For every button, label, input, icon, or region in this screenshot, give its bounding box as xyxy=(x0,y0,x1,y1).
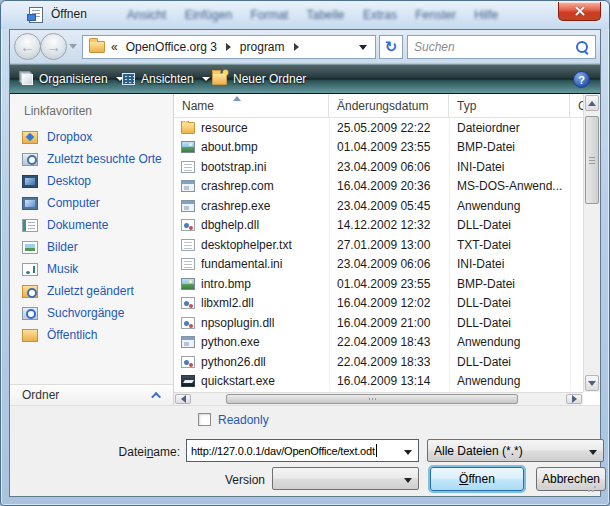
filename-dropdown-icon[interactable] xyxy=(404,450,412,455)
history-dropdown-icon[interactable] xyxy=(69,44,77,49)
file-row[interactable]: quickstart.exe 16.04.2009 13:14 Anwendun… xyxy=(174,372,587,392)
sidebar-item-recent-places[interactable]: Zuletzt besuchte Orte xyxy=(20,148,171,170)
text-caret xyxy=(376,444,377,457)
file-row[interactable]: about.bmp 01.04.2009 23:55 BMP-Datei xyxy=(174,138,587,158)
filename-value: http://127.0.0.1/dav/OpenOffice/text.odt xyxy=(191,445,375,457)
file-date: 14.12.2002 12:32 xyxy=(329,218,449,232)
refresh-icon: ↻ xyxy=(385,38,398,56)
filetype-select[interactable]: Alle Dateien (*.*) xyxy=(427,439,604,462)
scroll-left-button[interactable] xyxy=(175,394,191,404)
file-type: DLL-Datei xyxy=(449,218,587,232)
vertical-scroll-thumb[interactable] xyxy=(585,116,599,204)
vertical-scrollbar[interactable] xyxy=(583,94,600,392)
horizontal-scroll-thumb[interactable] xyxy=(226,394,518,404)
quickstart-app-icon xyxy=(181,375,195,387)
file-row[interactable]: bootstrap.ini 23.04.2009 06:06 INI-Datei xyxy=(174,157,587,177)
back-arrow-icon: ← xyxy=(20,38,35,55)
breadcrumb-segment[interactable]: OpenOffice.org 3 xyxy=(126,40,217,54)
file-type: Anwendung xyxy=(449,335,587,349)
sidebar-item-desktop[interactable]: Desktop xyxy=(20,170,171,192)
file-row[interactable]: fundamental.ini 23.04.2009 06:06 INI-Dat… xyxy=(174,255,587,275)
scroll-down-button[interactable] xyxy=(585,375,599,391)
breadcrumb[interactable]: « OpenOffice.org 3 program xyxy=(82,35,376,59)
help-button[interactable]: ? xyxy=(573,71,590,88)
help-icon: ? xyxy=(578,74,585,86)
file-name: crashrep.com xyxy=(201,179,274,193)
background-menu-blurred: Ansicht Einfügen Format Tabelle Extras F… xyxy=(127,8,545,24)
sidebar-header: Linkfavoriten xyxy=(24,104,92,118)
window-title: Öffnen xyxy=(51,7,87,21)
version-label: Version xyxy=(110,473,265,487)
sidebar-item-public[interactable]: Öffentlich xyxy=(20,324,171,346)
breadcrumb-separator-icon[interactable] xyxy=(294,43,299,51)
ini-file-icon xyxy=(181,161,195,173)
version-select[interactable] xyxy=(272,467,419,490)
search-input[interactable]: Suchen xyxy=(407,35,596,59)
file-row[interactable]: crashrep.exe 23.04.2009 05:45 Anwendung xyxy=(174,196,587,216)
file-date: 27.01.2009 13:00 xyxy=(329,238,449,252)
file-name: bootstrap.ini xyxy=(201,160,266,174)
organize-icon xyxy=(22,74,33,85)
breadcrumb-separator-icon[interactable] xyxy=(226,43,231,51)
sidebar-item-documents[interactable]: Dokumente xyxy=(20,214,171,236)
file-date: 16.04.2009 13:14 xyxy=(329,374,449,388)
scroll-right-button[interactable] xyxy=(566,394,582,404)
sidebar-item-computer[interactable]: Computer xyxy=(20,192,171,214)
folders-expander[interactable]: Ordner xyxy=(10,384,173,405)
file-row[interactable]: intro.bmp 01.04.2009 23:55 BMP-Datei xyxy=(174,274,587,294)
file-row[interactable]: crashrep.com 16.04.2009 20:36 MS-DOS-Anw… xyxy=(174,177,587,197)
file-row[interactable]: npsoplugin.dll 16.04.2009 21:00 DLL-Date… xyxy=(174,313,587,333)
open-dialog: Öffnen Ansicht Einfügen Format Tabelle E… xyxy=(0,0,610,506)
filename-label: Dateiname: xyxy=(30,445,180,459)
readonly-checkbox[interactable] xyxy=(198,413,211,426)
sort-ascending-icon xyxy=(233,96,241,101)
file-row[interactable]: desktophelper.txt 27.01.2009 13:00 TXT-D… xyxy=(174,235,587,255)
sidebar-item-pictures[interactable]: Bilder xyxy=(20,236,171,258)
readonly-label[interactable]: Readonly xyxy=(218,413,269,427)
filename-input[interactable]: http://127.0.0.1/dav/OpenOffice/text.odt xyxy=(186,439,419,462)
desktop-icon xyxy=(22,175,38,188)
close-button[interactable] xyxy=(558,2,601,21)
sidebar-item-recently-changed[interactable]: Zuletzt geändert xyxy=(20,280,171,302)
column-header-type[interactable]: Typ xyxy=(449,94,570,117)
scroll-up-button[interactable] xyxy=(585,95,599,111)
title-bar[interactable]: Öffnen Ansicht Einfügen Format Tabelle E… xyxy=(1,1,609,29)
organize-menu-button[interactable]: Organisieren xyxy=(18,65,124,93)
new-folder-button[interactable]: Neuer Ordner xyxy=(212,65,306,93)
file-row[interactable]: dbghelp.dll 14.12.2002 12:32 DLL-Datei xyxy=(174,216,587,236)
refresh-button[interactable]: ↻ xyxy=(379,35,403,59)
dialog-window: Öffnen Ansicht Einfügen Format Tabelle E… xyxy=(0,0,610,506)
column-header-date[interactable]: Änderungsdatum xyxy=(329,94,449,117)
file-row[interactable]: libxml2.dll 16.04.2009 12:02 DLL-Datei xyxy=(174,294,587,314)
back-button[interactable]: ← xyxy=(14,33,41,60)
sidebar-item-label: Öffentlich xyxy=(47,328,97,342)
file-date: 01.04.2009 23:55 xyxy=(329,277,449,291)
sidebar-item-dropbox[interactable]: Dropbox xyxy=(20,126,171,148)
address-dropdown-icon[interactable] xyxy=(359,45,367,50)
resize-grip[interactable] xyxy=(587,483,597,493)
views-menu-button[interactable]: Ansichten xyxy=(122,65,210,93)
breadcrumb-overflow-icon[interactable]: « xyxy=(111,40,118,54)
dll-file-icon xyxy=(181,356,195,368)
column-header-name[interactable]: Name xyxy=(174,94,329,117)
file-row[interactable]: python.exe 22.04.2009 18:43 Anwendung xyxy=(174,333,587,353)
sidebar-item-music[interactable]: Musik xyxy=(20,258,171,280)
file-name: libxml2.dll xyxy=(201,296,254,310)
file-row[interactable]: resource 25.05.2009 22:22 Dateiordner xyxy=(174,118,587,138)
bmp-file-icon xyxy=(181,141,195,153)
forward-button[interactable]: → xyxy=(40,33,67,60)
file-type: DLL-Datei xyxy=(449,296,587,310)
file-row[interactable]: python26.dll 22.04.2009 18:33 DLL-Datei xyxy=(174,352,587,372)
file-name: npsoplugin.dll xyxy=(201,316,274,330)
horizontal-scrollbar[interactable] xyxy=(174,392,583,405)
file-rows: resource 25.05.2009 22:22 Dateiordner ab… xyxy=(174,118,587,392)
file-date: 23.04.2009 05:45 xyxy=(329,199,449,213)
dropbox-folder-icon xyxy=(22,131,38,144)
sidebar-item-searches[interactable]: Suchvorgänge xyxy=(20,302,171,324)
sidebar-item-label: Dokumente xyxy=(47,218,108,232)
recently-changed-icon xyxy=(22,285,38,298)
open-button[interactable]: Öffnen xyxy=(430,467,524,491)
breadcrumb-segment[interactable]: program xyxy=(240,40,285,54)
sidebar-item-label: Zuletzt besuchte Orte xyxy=(47,152,162,166)
open-button-label: ffnen xyxy=(468,472,494,486)
